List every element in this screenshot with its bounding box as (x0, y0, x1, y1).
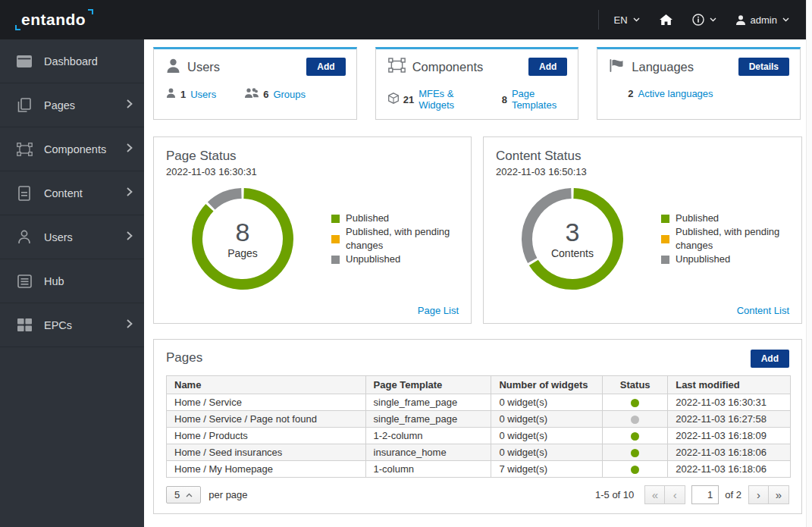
legend-label: Published, with pending changes (346, 225, 459, 253)
info-menu[interactable] (692, 14, 716, 26)
language-label: EN (614, 14, 628, 26)
column-header-widgets: Number of widgets (491, 376, 603, 394)
users-icon (16, 230, 33, 244)
sidebar-item-components[interactable]: Components (0, 127, 144, 171)
card-title: Languages (632, 60, 694, 74)
add-page-button[interactable]: Add (751, 350, 789, 368)
content-list-link[interactable]: Content List (737, 305, 789, 316)
last-modified-cell: 2022-11-03 16:30:31 (668, 394, 791, 411)
logo-corner-mark (15, 25, 20, 30)
sidebar-item-pages[interactable]: Pages (0, 83, 144, 127)
dashboard-icon (16, 55, 33, 67)
card-title: Components (412, 60, 484, 74)
cube-icon (388, 93, 399, 106)
chevron-right-icon (126, 231, 133, 243)
page-templates-link[interactable]: Page Templates (512, 88, 567, 111)
sidebar-item-hub[interactable]: Hub (0, 259, 144, 303)
groups-link[interactable]: Groups (273, 89, 306, 100)
user-icon (736, 15, 745, 25)
sidebar-item-label: Users (44, 231, 73, 243)
sidebar-item-dashboard[interactable]: Dashboard (0, 39, 144, 83)
pagination-range: 1-5 of 10 (595, 489, 634, 500)
entando-logo[interactable]: entando (15, 9, 93, 30)
page-templates-count: 8 (502, 94, 507, 105)
page-template-cell: 1-column (365, 461, 491, 478)
home-icon (660, 14, 672, 26)
status-charts-row: Page Status 2022-11-03 16:30:31 8 Pages … (153, 136, 801, 324)
chart-title: Content Status (496, 149, 789, 164)
previous-page-button[interactable]: ‹ (665, 485, 685, 504)
group-icon (245, 88, 259, 100)
chart-legend: Published Published, with pending change… (331, 212, 459, 266)
per-page-dropdown[interactable]: 5 (166, 486, 201, 503)
status-dot (631, 449, 639, 457)
languages-details-button[interactable]: Details (738, 58, 789, 76)
last-modified-cell: 2022-11-03 16:18:06 (668, 444, 791, 461)
sidebar-item-label: EPCs (44, 319, 72, 331)
chevron-up-icon (186, 493, 193, 497)
components-icon (16, 143, 33, 156)
last-modified-cell: 2022-11-03 16:18:06 (668, 461, 791, 478)
table-row[interactable]: Home / Service / Page not found single_f… (167, 411, 791, 428)
window-scrollbar[interactable] (806, 0, 812, 527)
sidebar-item-epcs[interactable]: EPCs (0, 303, 144, 347)
sidebar-item-users[interactable]: Users (0, 215, 144, 259)
next-page-button[interactable]: › (748, 485, 769, 504)
pages-table-card: Pages Add Name Page Template Number of w… (153, 339, 802, 514)
chevron-down-icon (782, 17, 789, 22)
page-list-link[interactable]: Page List (418, 305, 459, 316)
status-dot (631, 432, 639, 441)
add-users-button[interactable]: Add (306, 58, 345, 76)
hub-icon (16, 274, 33, 288)
per-page-value: 5 (174, 489, 180, 500)
page-status-donut-chart (186, 182, 299, 296)
users-link[interactable]: Users (190, 89, 216, 100)
first-page-button[interactable]: « (644, 485, 665, 504)
page-template-cell: insurance_home (365, 444, 491, 461)
widgets-count-cell: 0 widget(s) (491, 411, 603, 428)
sidebar-item-content[interactable]: Content (0, 171, 144, 215)
status-dot (631, 399, 639, 407)
content-status-donut-chart (516, 182, 629, 296)
page-status-card: Page Status 2022-11-03 16:30:31 8 Pages … (153, 136, 472, 324)
user-menu[interactable]: admin (736, 14, 789, 26)
current-page-input[interactable] (691, 485, 719, 504)
components-icon (388, 58, 406, 76)
table-row[interactable]: Home / Service single_frame_page 0 widge… (167, 394, 791, 411)
sidebar-item-label: Dashboard (44, 55, 98, 67)
sidebar-item-label: Components (44, 143, 106, 155)
status-dot (631, 466, 639, 474)
last-page-button[interactable]: » (769, 485, 789, 504)
column-header-modified: Last modified (668, 376, 791, 394)
column-header-name: Name (167, 376, 366, 394)
language-menu[interactable]: EN (614, 14, 640, 26)
logo-corner-mark (88, 9, 93, 14)
chevron-right-icon (126, 99, 133, 111)
mfes-count: 21 (403, 94, 414, 105)
mfes-widgets-link[interactable]: MFEs & Widgets (419, 88, 473, 111)
legend-label: Published (346, 212, 389, 225)
table-row[interactable]: Home / My Homepage 1-column 7 widget(s) … (167, 461, 791, 478)
table-row[interactable]: Home / Products 1-2-column 0 widget(s) 2… (167, 428, 791, 444)
content-icon (16, 186, 33, 201)
navbar-divider (598, 10, 599, 30)
users-count: 1 (180, 89, 186, 100)
legend-swatch-pending (661, 235, 669, 243)
table-row[interactable]: Home / Seed insurances insurance_home 0 … (167, 444, 791, 461)
sidebar-item-label: Content (44, 187, 83, 199)
page-name-cell: Home / Service (167, 394, 366, 411)
components-summary-card: Components Add 21 MFEs & Widgets 8 Page … (375, 47, 579, 120)
active-languages-link[interactable]: Active languages (638, 88, 713, 99)
add-component-button[interactable]: Add (528, 58, 567, 76)
page-template-cell: single_frame_page (365, 394, 491, 411)
column-header-status: Status (603, 376, 668, 394)
chevron-right-icon (126, 187, 133, 199)
home-button[interactable] (660, 14, 672, 26)
widgets-count-cell: 7 widget(s) (491, 461, 603, 478)
column-header-template: Page Template (365, 376, 491, 394)
per-page-label: per page (208, 489, 247, 500)
flag-icon (610, 59, 625, 75)
status-dot (631, 416, 639, 424)
username: admin (751, 14, 777, 26)
pages-table: Name Page Template Number of widgets Sta… (166, 375, 791, 478)
